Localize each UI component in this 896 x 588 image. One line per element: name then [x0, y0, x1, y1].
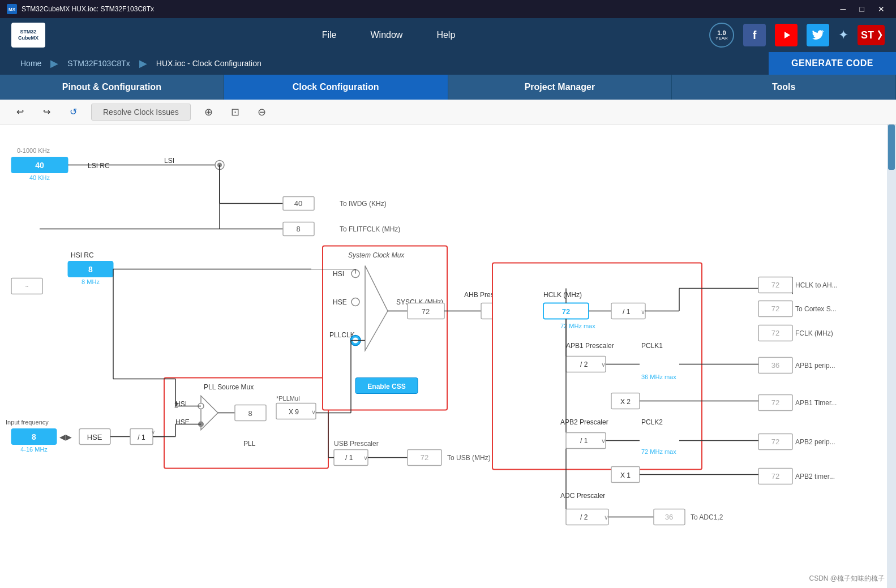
- svg-text:FCLK (MHz): FCLK (MHz): [795, 329, 833, 337]
- svg-text:To FLITFCLK (MHz): To FLITFCLK (MHz): [340, 225, 400, 233]
- svg-text:PCLK2: PCLK2: [641, 418, 663, 426]
- scrollbar-right[interactable]: [887, 125, 896, 588]
- svg-text:∨: ∨: [363, 454, 368, 461]
- svg-text:8: 8: [248, 409, 252, 418]
- resolve-clock-button[interactable]: Resolve Clock Issues: [91, 104, 191, 121]
- facebook-icon[interactable]: f: [743, 24, 766, 46]
- youtube-icon[interactable]: [775, 24, 798, 46]
- svg-text:72: 72: [771, 398, 779, 407]
- svg-text:LSI RC: LSI RC: [88, 162, 110, 170]
- svg-text:APB2 Prescaler: APB2 Prescaler: [560, 418, 608, 426]
- svg-text:PLL Source Mux: PLL Source Mux: [204, 383, 254, 391]
- svg-text:8 MHz: 8 MHz: [82, 278, 100, 285]
- svg-text:36: 36: [665, 513, 673, 521]
- svg-text:APB2 timer...: APB2 timer...: [795, 473, 835, 480]
- fit-button[interactable]: ⊡: [226, 104, 244, 121]
- tab-project-manager[interactable]: Project Manager: [448, 75, 672, 100]
- title-bar: MX STM32CubeMX HUX.ioc: STM32F103C8Tx ─ …: [0, 0, 896, 18]
- svg-text:8: 8: [88, 265, 93, 274]
- svg-text:HSE: HSE: [175, 418, 190, 426]
- menu-file[interactable]: File: [322, 30, 337, 40]
- svg-text:∨: ∨: [601, 361, 606, 368]
- breadcrumb-current[interactable]: HUX.ioc - Clock Configuration: [147, 59, 271, 68]
- share-icon[interactable]: ✦: [838, 28, 848, 42]
- svg-text:∨: ∨: [604, 514, 608, 521]
- svg-text:40: 40: [35, 161, 44, 170]
- svg-text:72: 72: [771, 472, 779, 480]
- main-content: ↩ ↪ ↺ Resolve Clock Issues ⊕ ⊡ ⊖ 0-1000 …: [0, 100, 896, 588]
- svg-text:72: 72: [562, 307, 570, 316]
- svg-text:To ADC1,2: To ADC1,2: [691, 513, 723, 521]
- close-button[interactable]: ✕: [873, 3, 889, 15]
- svg-text:System Clock Mux: System Clock Mux: [348, 251, 405, 259]
- zoom-out-button[interactable]: ⊖: [253, 104, 271, 121]
- svg-point-79: [351, 298, 359, 306]
- scrollbar-thumb[interactable]: [888, 125, 895, 170]
- tab-pinout[interactable]: Pinout & Configuration: [0, 75, 224, 100]
- social-icons: 1.0 YEAR f ✦ ST: [709, 23, 885, 48]
- svg-text:40 KHz: 40 KHz: [29, 174, 50, 181]
- svg-text:8: 8: [296, 225, 300, 233]
- svg-text:/ 1: / 1: [580, 437, 588, 445]
- breadcrumb-home[interactable]: Home: [11, 59, 50, 68]
- svg-text:APB1 Prescaler: APB1 Prescaler: [566, 342, 614, 350]
- reset-button[interactable]: ↺: [65, 104, 82, 120]
- svg-text:36 MHz max: 36 MHz max: [641, 374, 676, 380]
- svg-text:PCLK1: PCLK1: [641, 342, 663, 350]
- svg-text:HCLK to AH...: HCLK to AH...: [795, 281, 838, 289]
- app-logo: STM32 CubeMX: [11, 23, 45, 48]
- breadcrumb-arrow-1: ▶: [50, 57, 58, 70]
- svg-text:Enable CSS: Enable CSS: [367, 383, 405, 390]
- generate-code-button[interactable]: GENERATE CODE: [769, 52, 896, 75]
- svg-text:~: ~: [24, 282, 28, 290]
- tab-clock[interactable]: Clock Configuration: [224, 75, 448, 100]
- breadcrumb-bar: Home ▶ STM32F103C8Tx ▶ HUX.ioc - Clock C…: [0, 52, 896, 75]
- menu-bar: STM32 CubeMX File Window Help 1.0 YEAR f…: [0, 18, 896, 52]
- svg-text:72 MHz max: 72 MHz max: [641, 448, 676, 455]
- window-controls[interactable]: ─ □ ✕: [836, 3, 889, 15]
- svg-text:36: 36: [771, 361, 779, 370]
- svg-text:X 9: X 9: [289, 408, 299, 416]
- app-icon: MX: [7, 4, 17, 14]
- svg-text:◀▶: ◀▶: [59, 432, 72, 441]
- menu-items: File Window Help: [68, 30, 709, 40]
- st-logo: ST: [858, 25, 885, 45]
- svg-marker-0: [784, 32, 790, 38]
- svg-text:ADC Prescaler: ADC Prescaler: [560, 492, 605, 500]
- svg-text:X 2: X 2: [620, 398, 631, 406]
- svg-text:/ 1: / 1: [623, 308, 631, 316]
- svg-text:X 1: X 1: [620, 471, 631, 479]
- breadcrumb-mcu[interactable]: STM32F103C8Tx: [58, 59, 139, 68]
- svg-text:72: 72: [771, 329, 779, 337]
- svg-text:APB1 perip...: APB1 perip...: [795, 362, 835, 370]
- menu-help[interactable]: Help: [436, 30, 455, 40]
- svg-text:0-1000 KHz: 0-1000 KHz: [17, 147, 50, 154]
- redo-button[interactable]: ↪: [38, 104, 55, 120]
- svg-text:PLL: PLL: [243, 440, 256, 448]
- svg-text:4-16 MHz: 4-16 MHz: [20, 446, 48, 453]
- svg-text:/ 2: / 2: [580, 360, 588, 368]
- svg-text:HSI RC: HSI RC: [71, 251, 94, 259]
- diagram-toolbar: ↩ ↪ ↺ Resolve Clock Issues ⊕ ⊡ ⊖: [0, 100, 896, 125]
- twitter-icon[interactable]: [807, 24, 829, 46]
- zoom-in-button[interactable]: ⊕: [200, 104, 217, 121]
- clock-diagram: 0-1000 KHz 40 40 KHz LSI RC LSI 40 To IW…: [0, 125, 887, 588]
- svg-text:APB2 perip...: APB2 perip...: [795, 438, 835, 446]
- undo-button[interactable]: ↩: [11, 104, 29, 120]
- svg-text:ST: ST: [861, 29, 874, 41]
- svg-text:HSE: HSE: [87, 433, 102, 441]
- svg-text:HSE: HSE: [333, 298, 347, 306]
- clock-diagram-svg: 0-1000 KHz 40 40 KHz LSI RC LSI 40 To IW…: [0, 125, 887, 588]
- svg-text:∨: ∨: [601, 437, 606, 444]
- svg-text:∨: ∨: [151, 429, 155, 435]
- svg-text:∨: ∨: [641, 308, 645, 315]
- svg-text:To USB (MHz): To USB (MHz): [447, 454, 491, 462]
- svg-text:To IWDG (KHz): To IWDG (KHz): [340, 200, 387, 208]
- tab-tools[interactable]: Tools: [672, 75, 896, 100]
- minimize-button[interactable]: ─: [836, 3, 851, 15]
- maximize-button[interactable]: □: [855, 3, 869, 15]
- svg-text:To Cortex S...: To Cortex S...: [795, 305, 837, 313]
- window-title: STM32CubeMX HUX.ioc: STM32F103C8Tx: [22, 5, 836, 13]
- watermark: CSDN @梳子知味的梳子: [809, 574, 885, 583]
- menu-window[interactable]: Window: [370, 30, 402, 40]
